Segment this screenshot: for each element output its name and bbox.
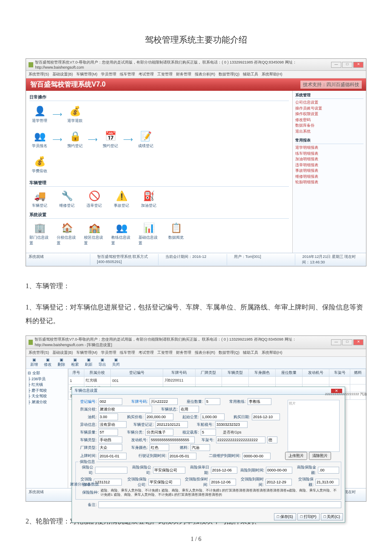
- menu-item[interactable]: 车辆管理(M): [76, 350, 98, 356]
- com-date-input[interactable]: [211, 467, 237, 474]
- toolbar-button[interactable]: ▣导出: [97, 358, 108, 367]
- close-button[interactable]: ✕: [353, 339, 363, 345]
- link-item[interactable]: 操作权限设置: [295, 111, 363, 117]
- table-row[interactable]: 1红光镇001川B220011: [69, 377, 366, 384]
- minimize-button[interactable]: —: [331, 62, 341, 68]
- launcher-item[interactable]: 🚚车辆登记: [29, 189, 50, 208]
- link-item[interactable]: 公司信息设置: [295, 100, 363, 106]
- menu-item[interactable]: 系统管理(S): [29, 72, 49, 77]
- maximize-button[interactable]: □: [342, 339, 352, 345]
- diff-input[interactable]: [98, 421, 127, 428]
- menu-item[interactable]: 基础设置(B): [52, 350, 73, 356]
- flow-item[interactable]: 👤退学管理: [29, 104, 50, 124]
- menu-item[interactable]: 基础设置(B): [52, 72, 73, 77]
- launcher-item[interactable]: 🔧维修登记: [57, 189, 77, 208]
- brand-input[interactable]: [98, 444, 122, 451]
- frame-input[interactable]: [216, 436, 265, 443]
- link-item[interactable]: 轮胎明细报表: [295, 179, 363, 185]
- toolbar-button[interactable]: ▣刷新: [83, 358, 94, 367]
- traf-amt-input[interactable]: [315, 479, 339, 486]
- launcher-item[interactable]: 📊基础信息设置: [138, 221, 159, 246]
- close-button[interactable]: ✕: [353, 62, 363, 68]
- toolbar-button[interactable]: ▣新增: [29, 358, 40, 367]
- flow-item[interactable]: 💰退学退款: [65, 104, 85, 124]
- launcher-item[interactable]: 👥教练信息设置: [111, 221, 132, 246]
- menu-item[interactable]: 数据管理(Q): [219, 72, 239, 77]
- tax-input[interactable]: [215, 421, 248, 428]
- tree-node[interactable]: ├ 犀浦分校: [28, 399, 66, 405]
- link-item[interactable]: 退学明细报表: [295, 145, 363, 151]
- menu-item[interactable]: 学员管理: [101, 350, 116, 356]
- clear-photo-button[interactable]: 清除照片: [309, 452, 331, 460]
- flow-item[interactable]: 🔒预约登记: [65, 130, 85, 149]
- menu-item[interactable]: 考试管理: [138, 350, 154, 356]
- plate-input[interactable]: [150, 398, 178, 405]
- link-item[interactable]: 操作员账号设置: [295, 106, 363, 112]
- link-item[interactable]: 事故明细报表: [295, 168, 363, 174]
- menu-item[interactable]: 辅助工具: [243, 72, 258, 77]
- traf-exp-input[interactable]: [265, 479, 292, 486]
- link-item[interactable]: 加油明细报表: [295, 156, 363, 162]
- menu-item[interactable]: 财务管理: [176, 350, 191, 356]
- launcher-item[interactable]: ⚠️事故登记: [111, 189, 132, 208]
- launcher-item[interactable]: ⛽加油登记: [138, 189, 159, 208]
- platedate-input[interactable]: [98, 453, 127, 460]
- quality-input[interactable]: [98, 429, 118, 436]
- ins-company-input[interactable]: [95, 467, 127, 474]
- link-item[interactable]: 修改密码: [295, 117, 363, 123]
- tree-node[interactable]: ⊟ 全部: [28, 370, 66, 376]
- dialog-button[interactable]: □ 保存(S): [274, 513, 296, 520]
- seats-input[interactable]: [205, 398, 220, 405]
- link-item[interactable]: 维修明细报表: [295, 174, 363, 180]
- menu-item[interactable]: 工资管理: [157, 72, 173, 77]
- menu-item[interactable]: 工资管理: [157, 350, 173, 356]
- menu-item[interactable]: 学员管理: [101, 72, 116, 77]
- menu-item[interactable]: 辅助工具: [243, 350, 258, 356]
- oil-input[interactable]: [98, 413, 118, 420]
- menu-item[interactable]: 系统帮助(H): [262, 72, 282, 77]
- cap-input[interactable]: [201, 429, 216, 436]
- dialog-button[interactable]: □ 打印(P): [297, 513, 320, 520]
- menu-item[interactable]: 数据管理(Q): [219, 350, 239, 356]
- launcher-item[interactable]: 🚫违章登记: [84, 189, 104, 208]
- flow-item[interactable]: 📅预约登记: [100, 130, 121, 149]
- toolbar-button[interactable]: ▣关闭: [110, 358, 121, 367]
- tree-node[interactable]: ├ 天全驾校: [28, 393, 66, 399]
- driver-input[interactable]: [248, 398, 271, 405]
- menu-item[interactable]: 练车管理: [120, 350, 135, 356]
- upload-photo-button[interactable]: 上传照片: [285, 452, 307, 460]
- branch-input[interactable]: [98, 406, 152, 413]
- flow-item[interactable]: 👥学员报名: [29, 130, 50, 149]
- menu-item[interactable]: 系统帮助(H): [262, 350, 282, 356]
- branch-tree[interactable]: ⊟ 全部 ├ 236学员 ├ 红光镇 ├ 磨子驾校 ├ 天全驾校 ├ 犀浦分校: [26, 369, 68, 488]
- maintexp-input[interactable]: [242, 453, 271, 460]
- tree-node[interactable]: ├ 磨子驾校: [28, 388, 66, 394]
- com-amt-input[interactable]: [318, 467, 339, 474]
- reg-no-input[interactable]: [98, 398, 122, 405]
- menu-item[interactable]: 财务管理: [176, 72, 191, 77]
- menu-item[interactable]: 报表分析(R): [195, 72, 216, 77]
- tree-node[interactable]: ├ 红光镇: [28, 382, 66, 388]
- launcher-item[interactable]: 📋数据阅览: [166, 221, 186, 246]
- maximize-button[interactable]: □: [342, 62, 352, 68]
- remark-input[interactable]: [98, 501, 341, 508]
- buydate-input[interactable]: [252, 413, 280, 420]
- licexp-input[interactable]: [168, 453, 196, 460]
- de-input[interactable]: [267, 436, 277, 443]
- launcher-item[interactable]: 🏠分校信息设置: [57, 221, 77, 246]
- startkm-input[interactable]: [201, 413, 225, 420]
- vtype-input[interactable]: [98, 436, 122, 443]
- menu-item[interactable]: 考试管理: [138, 72, 154, 77]
- traf-ins-input[interactable]: [148, 479, 181, 486]
- menu-item[interactable]: 报表分析(R): [195, 350, 216, 356]
- dialog-button[interactable]: □ 关闭(C): [321, 513, 343, 520]
- menu-item[interactable]: 系统管理(S): [29, 350, 49, 356]
- traf-date-input[interactable]: [210, 479, 236, 486]
- minimize-button[interactable]: —: [331, 339, 341, 345]
- menu-item[interactable]: 练车管理: [120, 72, 135, 77]
- com-exp-input[interactable]: [266, 467, 292, 474]
- com-ins-input[interactable]: [153, 467, 185, 474]
- vehreg-input[interactable]: [156, 421, 188, 428]
- link-item[interactable]: 数据库备份: [295, 123, 363, 129]
- launcher-item[interactable]: 🏫校区信息设置: [84, 221, 104, 246]
